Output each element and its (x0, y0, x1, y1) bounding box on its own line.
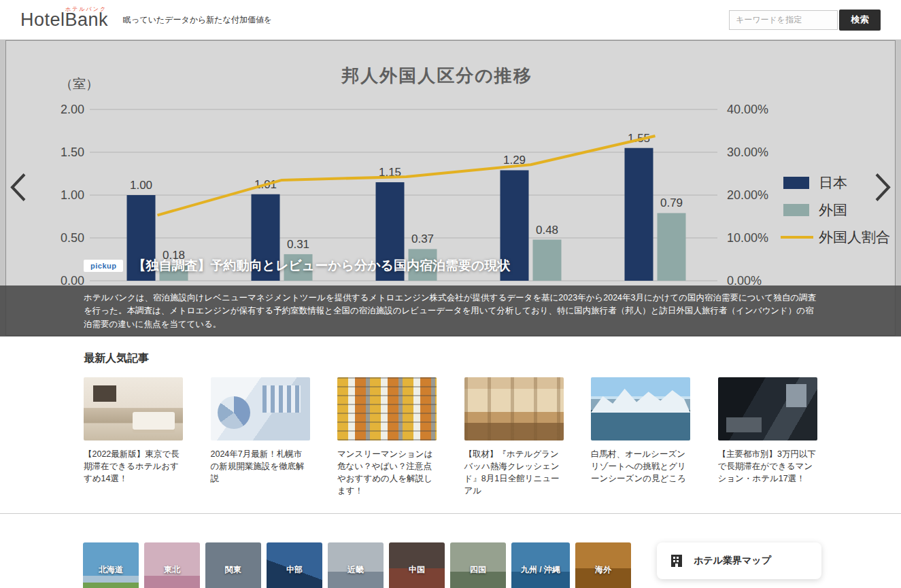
region-label: 近畿 (347, 564, 364, 576)
svg-text:0.50: 0.50 (61, 231, 84, 245)
region-label: 関東 (225, 564, 241, 576)
svg-text:10.00%: 10.00% (727, 231, 768, 245)
region-tile[interactable]: 海外 (575, 542, 631, 588)
svg-text:外国人割合: 外国人割合 (819, 229, 890, 245)
article-card[interactable]: 2024年7月最新！札幌市の新規開業施設を徹底解説 (211, 377, 310, 498)
hero-carousel: 2.0040.00%1.5030.00%1.0020.00%0.5010.00%… (0, 39, 901, 336)
article-thumbnail (84, 377, 183, 440)
article-title: 2024年7月最新！札幌市の新規開業施設を徹底解説 (211, 448, 310, 485)
article-thumbnail (464, 377, 564, 440)
region-tile[interactable]: 東北 (144, 542, 200, 588)
svg-text:0.31: 0.31 (287, 238, 309, 251)
chevron-left-icon (10, 172, 27, 202)
header: ホテルバンク HotelBank 眠っていたデータから新たな付加価値を 検索 (0, 0, 901, 39)
svg-text:外国: 外国 (819, 202, 847, 218)
region-tile[interactable]: 中部 (267, 542, 322, 588)
region-tile[interactable]: 中国 (389, 542, 445, 588)
regions-section: 北海道 東北 関東 中部 近畿 中国 四国 九州 / 沖縄 海外 ホテル業界マッ… (0, 513, 901, 588)
region-label: 四国 (470, 564, 486, 576)
region-label: 北海道 (99, 564, 123, 576)
chevron-right-icon (874, 172, 891, 202)
region-tile[interactable]: 北海道 (83, 542, 139, 588)
svg-text:1.50: 1.50 (61, 145, 84, 159)
industry-map-label: ホテル業界マップ (694, 555, 771, 567)
industry-map-card[interactable]: ホテル業界マップ (657, 542, 821, 579)
article-card[interactable]: 【取材】『ホテルグランバッハ熱海クレッシェンド』8月1日全館リニューアル (464, 377, 564, 498)
svg-text:1.00: 1.00 (61, 188, 84, 202)
article-title: 【主要都市別】3万円以下で長期滞在ができるマンション・ホテル17選！ (718, 448, 817, 485)
article-thumbnail (211, 377, 310, 440)
svg-text:0.37: 0.37 (411, 232, 434, 245)
svg-text:0.79: 0.79 (660, 196, 683, 209)
region-tile[interactable]: 近畿 (328, 542, 384, 588)
pickup-badge: pickup (84, 260, 123, 272)
region-tile[interactable]: 四国 (450, 542, 506, 588)
article-cards: 【2022最新版】東京で長期滞在できるホテルおすすめ14選！ 2024年7月最新… (84, 377, 901, 498)
articles-section: 最新人気記事 【2022最新版】東京で長期滞在できるホテルおすすめ14選！ 20… (0, 336, 901, 513)
chart-unit-label: （室） (60, 75, 99, 93)
search-input[interactable] (729, 10, 838, 30)
region-label: 九州 / 沖縄 (521, 564, 560, 576)
article-thumbnail (591, 377, 690, 440)
article-card[interactable]: 【2022最新版】東京で長期滞在できるホテルおすすめ14選！ (84, 377, 183, 498)
hero-title[interactable]: 【独自調査】予約動向とレビューから分かる国内宿泊需要の現状 (133, 257, 510, 275)
hero-description: ホテルバンクは、宿泊施設向けレベニューマネジメントツールを提供するメトロエンジン… (0, 286, 901, 336)
svg-text:40.00%: 40.00% (727, 103, 768, 116)
article-thumbnail (718, 377, 817, 440)
svg-text:20.00%: 20.00% (727, 188, 768, 202)
article-title: 白馬村、オールシーズンリゾートへの挑戦とグリーンシーズンの見どころ (591, 448, 690, 485)
search-button[interactable]: 検索 (839, 10, 881, 31)
articles-heading: 最新人気記事 (84, 351, 901, 366)
region-label: 中部 (286, 564, 303, 576)
svg-text:2.00: 2.00 (61, 103, 84, 116)
carousel-next-button[interactable] (871, 169, 894, 207)
article-card[interactable]: マンスリーマンションは危ない？やばい？注意点やおすすめの人を解説します！ (337, 377, 437, 498)
article-title: 【2022最新版】東京で長期滞在できるホテルおすすめ14選！ (84, 448, 183, 485)
article-title: マンスリーマンションは危ない？やばい？注意点やおすすめの人を解説します！ (337, 448, 437, 498)
svg-text:日本: 日本 (819, 175, 847, 190)
region-tiles: 北海道 東北 関東 中部 近畿 中国 四国 九州 / 沖縄 海外 (83, 542, 631, 588)
building-icon (668, 553, 685, 569)
article-title: 【取材】『ホテルグランバッハ熱海クレッシェンド』8月1日全館リニューアル (464, 448, 564, 498)
carousel-prev-button[interactable] (7, 169, 30, 207)
article-card[interactable]: 【主要都市別】3万円以下で長期滞在ができるマンション・ホテル17選！ (718, 377, 817, 498)
logo-furigana: ホテルバンク (65, 5, 107, 13)
region-tile[interactable]: 九州 / 沖縄 (511, 542, 570, 588)
chart-title: 邦人外国人区分の推移 (0, 64, 874, 88)
svg-text:1.00: 1.00 (130, 179, 152, 192)
svg-text:0.48: 0.48 (536, 224, 558, 237)
region-tile[interactable]: 関東 (205, 542, 261, 588)
region-label: 東北 (164, 564, 180, 576)
svg-text:30.00%: 30.00% (727, 145, 768, 159)
article-card[interactable]: 白馬村、オールシーズンリゾートへの挑戦とグリーンシーズンの見どころ (591, 377, 690, 498)
tagline: 眠っていたデータから新たな付加価値を (123, 14, 272, 26)
article-thumbnail (337, 377, 437, 440)
search-bar: 検索 (729, 10, 881, 31)
region-label: 中国 (409, 564, 425, 576)
region-label: 海外 (595, 564, 611, 576)
logo[interactable]: ホテルバンク HotelBank (20, 10, 108, 31)
hero-caption: pickup 【独自調査】予約動向とレビューから分かる国内宿泊需要の現状 (84, 257, 510, 275)
